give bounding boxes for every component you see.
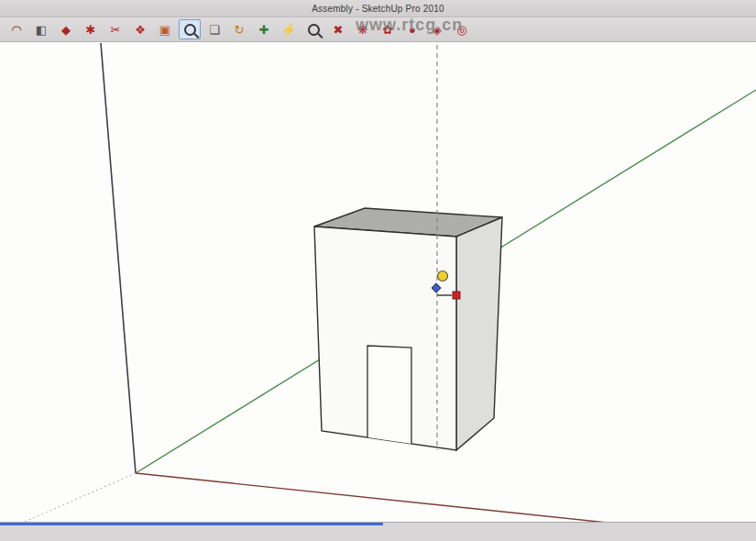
- cursor-red-square-icon: [453, 292, 460, 299]
- viewport-canvas[interactable]: [0, 43, 756, 523]
- door-opening[interactable]: [367, 346, 411, 444]
- magnifier-icon: [184, 24, 196, 36]
- materials-tool-icon[interactable]: ✿: [377, 19, 399, 39]
- orbit-tool-glyph: ↻: [235, 24, 245, 36]
- zoom-tool-icon[interactable]: [179, 19, 201, 39]
- move-tool-icon[interactable]: ✚: [253, 19, 275, 39]
- title-bar: Assembly - SketchUp Pro 2010: [0, 0, 756, 17]
- label-tool-icon[interactable]: ❏: [203, 19, 225, 39]
- toolbar: ◠◧◆✱✂❖▣❏↻✚⚡✖❋✿●◈◎: [0, 17, 756, 42]
- offset-tool-glyph: ❖: [135, 24, 146, 36]
- rectangle-tool-glyph: ▣: [159, 24, 170, 36]
- style-tool-icon[interactable]: ●: [401, 19, 423, 39]
- cut-tool-icon[interactable]: ✂: [104, 19, 126, 39]
- eraser-tool-icon[interactable]: ◆: [55, 19, 77, 39]
- blue-axis: [101, 43, 136, 473]
- section-tool-glyph: ◈: [433, 24, 442, 36]
- walk-tool-glyph: ◎: [456, 24, 466, 36]
- orbit-tool-icon[interactable]: ↻: [228, 19, 250, 39]
- eraser-tool-glyph: ◆: [61, 24, 71, 36]
- paint-swatch-tool-icon[interactable]: ◧: [30, 19, 52, 39]
- materials-tool-glyph: ✿: [383, 24, 393, 36]
- follow-me-tool-icon[interactable]: ⚡: [278, 19, 300, 39]
- style-tool-glyph: ●: [409, 24, 416, 36]
- red-axis: [136, 473, 756, 523]
- components-tool-icon[interactable]: ❋: [352, 19, 374, 39]
- walk-tool-icon[interactable]: ◎: [451, 19, 473, 39]
- negative-axis-dotted: [0, 473, 136, 523]
- magnifier-icon: [308, 24, 320, 36]
- arc-tool-icon[interactable]: ◠: [5, 19, 27, 39]
- label-tool-glyph: ❏: [209, 24, 220, 36]
- status-bar: [0, 522, 756, 541]
- model-viewport[interactable]: [0, 43, 756, 523]
- box-right-face[interactable]: [456, 217, 502, 450]
- delete-tool-glyph: ✖: [334, 24, 344, 36]
- cursor-yellow-circle-icon: [438, 271, 448, 282]
- status-accent-strip: [0, 523, 383, 525]
- sketchup-window: Assembly - SketchUp Pro 2010 ◠◧◆✱✂❖▣❏↻✚⚡…: [0, 0, 756, 541]
- rotate-tool-glyph: ✱: [86, 24, 96, 36]
- rectangle-tool-icon[interactable]: ▣: [154, 19, 176, 39]
- delete-tool-icon[interactable]: ✖: [327, 19, 349, 39]
- cut-tool-glyph: ✂: [111, 24, 121, 36]
- follow-me-tool-glyph: ⚡: [281, 24, 296, 36]
- move-tool-glyph: ✚: [259, 24, 269, 36]
- window-title: Assembly - SketchUp Pro 2010: [312, 4, 444, 14]
- rotate-tool-icon[interactable]: ✱: [80, 19, 102, 39]
- components-tool-glyph: ❋: [358, 24, 368, 36]
- section-tool-icon[interactable]: ◈: [426, 19, 448, 39]
- arc-tool-glyph: ◠: [11, 24, 21, 36]
- zoom-window-tool-icon[interactable]: [302, 19, 324, 39]
- paint-swatch-tool-glyph: ◧: [36, 24, 47, 36]
- offset-tool-icon[interactable]: ❖: [129, 19, 151, 39]
